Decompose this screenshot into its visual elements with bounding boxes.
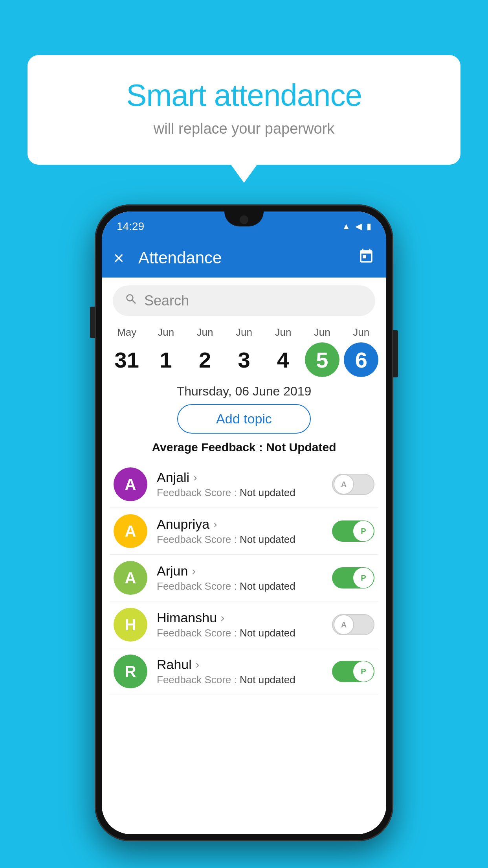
student-info: Anjali ›Feedback Score : Not updated: [157, 470, 332, 499]
toggle-label: A: [341, 480, 347, 489]
toggle-thumb: A: [334, 614, 354, 635]
search-placeholder: Search: [144, 292, 189, 309]
phone-container: 14:29 ▲ ◀ ▮ × Attendance: [95, 204, 393, 841]
cal-month-label: Jun: [197, 326, 213, 338]
app-bar: × Attendance: [102, 238, 386, 278]
student-list: AAnjali ›Feedback Score : Not updatedAAA…: [102, 461, 386, 695]
feedback-value: Not updated: [240, 674, 295, 686]
chevron-icon: ›: [196, 658, 199, 671]
phone-screen: 14:29 ▲ ◀ ▮ × Attendance: [102, 211, 386, 834]
speech-bubble-subtitle: will replace your paperwork: [59, 120, 429, 137]
calendar-day[interactable]: Jun4: [264, 326, 303, 377]
toggle-label: P: [361, 527, 366, 536]
add-topic-button[interactable]: Add topic: [177, 404, 311, 434]
feedback-value: Not updated: [240, 627, 295, 639]
student-info: Rahul ›Feedback Score : Not updated: [157, 657, 332, 686]
student-feedback: Feedback Score : Not updated: [157, 487, 332, 499]
student-info: Anupriya ›Feedback Score : Not updated: [157, 517, 332, 546]
toggle-switch[interactable]: P: [332, 567, 374, 588]
student-name: Himanshu ›: [157, 610, 332, 625]
student-avatar: R: [114, 655, 147, 688]
avg-feedback: Average Feedback : Not Updated: [102, 441, 386, 454]
attendance-toggle[interactable]: P: [332, 567, 374, 588]
toggle-switch[interactable]: P: [332, 661, 374, 682]
student-name: Anjali ›: [157, 470, 332, 485]
content-area: Search May31Jun1Jun2Jun3Jun4Jun5Jun6 Thu…: [102, 278, 386, 834]
attendance-toggle[interactable]: P: [332, 520, 374, 542]
signal-icon: ◀: [355, 221, 362, 232]
toggle-thumb: P: [353, 568, 374, 588]
phone-camera: [240, 215, 248, 224]
toggle-label: P: [361, 574, 366, 583]
cal-day-number[interactable]: 2: [188, 342, 222, 377]
search-bar[interactable]: Search: [113, 285, 375, 316]
student-item[interactable]: AAnjali ›Feedback Score : Not updatedA: [110, 461, 378, 508]
chevron-icon: ›: [192, 565, 195, 577]
cal-day-number[interactable]: 3: [227, 342, 261, 377]
student-name: Rahul ›: [157, 657, 332, 672]
calendar-day[interactable]: Jun3: [224, 326, 263, 377]
toggle-switch[interactable]: A: [332, 474, 374, 495]
selected-date: Thursday, 06 June 2019: [102, 384, 386, 399]
status-time: 14:29: [117, 220, 144, 233]
student-feedback: Feedback Score : Not updated: [157, 674, 332, 686]
speech-bubble: Smart attendance will replace your paper…: [28, 55, 460, 165]
toggle-thumb: A: [334, 474, 354, 495]
student-avatar: A: [114, 561, 147, 595]
phone-shell: 14:29 ▲ ◀ ▮ × Attendance: [95, 204, 393, 841]
cal-month-label: Jun: [314, 326, 330, 338]
toggle-thumb: P: [353, 521, 374, 541]
student-info: Himanshu ›Feedback Score : Not updated: [157, 610, 332, 639]
student-feedback: Feedback Score : Not updated: [157, 580, 332, 592]
cal-month-label: Jun: [353, 326, 369, 338]
chevron-icon: ›: [221, 612, 224, 624]
chevron-icon: ›: [213, 518, 217, 531]
student-avatar: A: [114, 514, 147, 548]
cal-day-number[interactable]: 6: [344, 342, 378, 377]
avg-feedback-label: Average Feedback :: [152, 441, 266, 454]
attendance-toggle[interactable]: A: [332, 614, 374, 635]
calendar-icon[interactable]: [358, 248, 374, 268]
cal-day-number[interactable]: 1: [149, 342, 183, 377]
feedback-value: Not updated: [240, 487, 295, 498]
toggle-label: A: [341, 620, 347, 629]
student-avatar: A: [114, 467, 147, 501]
student-name: Arjun ›: [157, 563, 332, 579]
calendar-day[interactable]: May31: [107, 326, 146, 377]
battery-icon: ▮: [367, 221, 371, 232]
calendar-day[interactable]: Jun2: [185, 326, 224, 377]
calendar-day[interactable]: Jun1: [146, 326, 185, 377]
cal-day-number[interactable]: 4: [266, 342, 300, 377]
cal-day-number[interactable]: 5: [305, 342, 339, 377]
student-item[interactable]: AAnupriya ›Feedback Score : Not updatedP: [110, 508, 378, 555]
speech-bubble-container: Smart attendance will replace your paper…: [28, 55, 460, 165]
attendance-toggle[interactable]: A: [332, 474, 374, 495]
close-button[interactable]: ×: [114, 247, 124, 268]
speech-bubble-title: Smart attendance: [59, 79, 429, 112]
attendance-toggle[interactable]: P: [332, 661, 374, 682]
student-feedback: Feedback Score : Not updated: [157, 533, 332, 546]
calendar-day[interactable]: Jun5: [303, 326, 341, 377]
student-avatar: H: [114, 608, 147, 642]
student-item[interactable]: AArjun ›Feedback Score : Not updatedP: [110, 555, 378, 601]
toggle-label: P: [361, 667, 366, 676]
wifi-icon: ▲: [342, 221, 350, 232]
toggle-switch[interactable]: P: [332, 520, 374, 542]
status-icons: ▲ ◀ ▮: [342, 221, 371, 232]
app-bar-title: Attendance: [138, 248, 358, 267]
toggle-thumb: P: [353, 661, 374, 682]
search-icon: [125, 292, 138, 309]
feedback-value: Not updated: [240, 580, 295, 592]
cal-month-label: May: [117, 326, 136, 338]
toggle-switch[interactable]: A: [332, 614, 374, 635]
student-item[interactable]: HHimanshu ›Feedback Score : Not updatedA: [110, 601, 378, 648]
chevron-icon: ›: [193, 471, 197, 484]
avg-feedback-value: Not Updated: [266, 441, 336, 454]
cal-month-label: Jun: [158, 326, 174, 338]
cal-month-label: Jun: [275, 326, 291, 338]
calendar-day[interactable]: Jun6: [342, 326, 381, 377]
student-info: Arjun ›Feedback Score : Not updated: [157, 563, 332, 592]
student-item[interactable]: RRahul ›Feedback Score : Not updatedP: [110, 648, 378, 695]
calendar-strip: May31Jun1Jun2Jun3Jun4Jun5Jun6: [102, 320, 386, 379]
cal-day-number[interactable]: 31: [110, 342, 144, 377]
